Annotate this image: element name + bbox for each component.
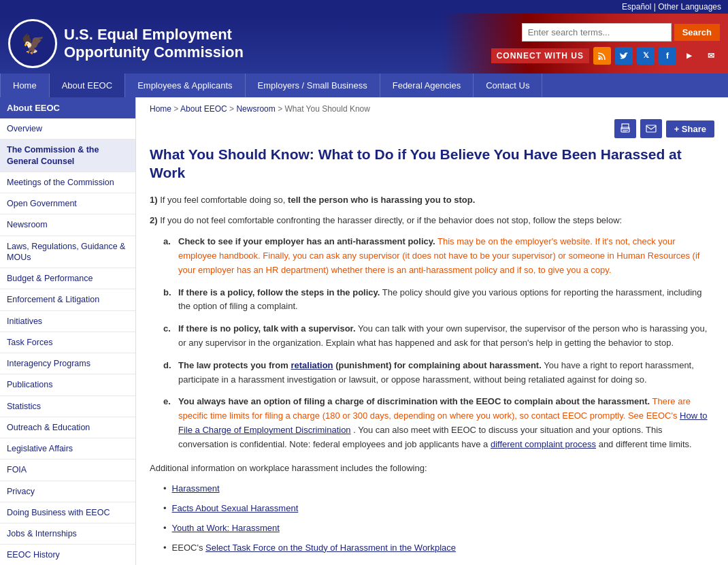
sidebar-item-meetings[interactable]: Meetings of the Commission bbox=[0, 172, 135, 193]
social-bar: CONNECT WITH US 𝕏 f ▶ ✉ bbox=[491, 47, 720, 65]
share-button[interactable]: + Share bbox=[666, 120, 714, 138]
sidebar-item-newsroom[interactable]: Newsroom bbox=[0, 214, 135, 236]
sidebar-item-overview[interactable]: Overview bbox=[0, 118, 135, 140]
email-share-button[interactable] bbox=[640, 119, 662, 138]
resource-links-list: Harassment Facts About Sexual Harassment… bbox=[150, 482, 714, 555]
breadcrumb-home[interactable]: Home bbox=[150, 104, 171, 114]
espanol-link[interactable]: Español bbox=[622, 2, 651, 12]
email-icon[interactable]: ✉ bbox=[702, 47, 720, 65]
org-title: U.S. Equal Employment Opportunity Commis… bbox=[64, 26, 244, 62]
nav-home[interactable]: Home bbox=[0, 74, 50, 97]
share-tools: + Share bbox=[614, 119, 714, 138]
content-body: 1) If you feel comfortable doing so, tel… bbox=[150, 193, 714, 555]
sidebar-item-enforcement[interactable]: Enforcement & Litigation bbox=[0, 289, 135, 310]
sidebar-item-task-forces[interactable]: Task Forces bbox=[0, 332, 135, 353]
other-languages-link[interactable]: Other Languages bbox=[658, 2, 721, 12]
top-bar: Español | Other Languages bbox=[0, 0, 728, 14]
breadcrumb-current: What You Should Know bbox=[284, 104, 369, 114]
search-bar: Search bbox=[522, 23, 720, 42]
youth-harassment-link[interactable]: Youth at Work: Harassment bbox=[172, 521, 280, 536]
svg-rect-4 bbox=[623, 131, 627, 132]
header-left: 🦅 U.S. Equal Employment Opportunity Comm… bbox=[8, 19, 244, 68]
breadcrumb: Home > About EEOC > Newsroom > What You … bbox=[150, 104, 714, 114]
intro-para-2: 2) If you do not feel comfortable confro… bbox=[150, 214, 714, 228]
breadcrumb-about[interactable]: About EEOC bbox=[180, 104, 227, 114]
twitter2-icon[interactable]: 𝕏 bbox=[637, 47, 655, 65]
search-button[interactable]: Search bbox=[674, 24, 720, 41]
sidebar-item-laws[interactable]: Laws, Regulations, Guidance & MOUs bbox=[0, 236, 135, 269]
page-title: What You Should Know: What to Do if You … bbox=[150, 145, 714, 182]
sidebar-item-foia[interactable]: FOIA bbox=[0, 459, 135, 481]
facebook-icon[interactable]: f bbox=[659, 47, 676, 65]
sidebar-item-doing-business[interactable]: Doing Business with EEOC bbox=[0, 502, 135, 523]
nav-contact[interactable]: Contact Us bbox=[474, 74, 542, 97]
svg-rect-2 bbox=[621, 127, 629, 132]
step-b: b. If there is a policy, follow the step… bbox=[163, 286, 714, 314]
nav-employers[interactable]: Employers / Small Business bbox=[246, 74, 380, 97]
nav-federal[interactable]: Federal Agencies bbox=[380, 74, 474, 97]
sidebar-item-publications[interactable]: Publications bbox=[0, 374, 135, 396]
svg-point-0 bbox=[598, 57, 601, 60]
main-content: Home > About EEOC > Newsroom > What You … bbox=[136, 97, 728, 565]
print-button[interactable] bbox=[614, 119, 636, 138]
retaliation-link[interactable]: retaliation bbox=[291, 360, 333, 370]
sidebar: About EEOC Overview The Commission & the… bbox=[0, 97, 136, 565]
steps-list: a. Check to see if your employer has an … bbox=[150, 235, 714, 451]
sidebar-item-commission[interactable]: The Commission & the General Counsel bbox=[0, 140, 135, 172]
step-c: c. If there is no policy, talk with a su… bbox=[163, 322, 714, 351]
search-input[interactable] bbox=[522, 23, 672, 42]
svg-rect-5 bbox=[646, 125, 656, 132]
svg-rect-1 bbox=[622, 124, 629, 129]
header-right: Search CONNECT WITH US 𝕏 f ▶ ✉ bbox=[491, 23, 720, 65]
sidebar-item-initiatives[interactable]: Initiatives bbox=[0, 311, 135, 332]
step-e: e. You always have an option of filing a… bbox=[163, 395, 714, 451]
sidebar-item-jobs[interactable]: Jobs & Internships bbox=[0, 523, 135, 545]
select-task-force-link[interactable]: Select Task Force on the Study of Harass… bbox=[205, 543, 456, 553]
youtube-icon[interactable]: ▶ bbox=[680, 47, 698, 65]
svg-rect-3 bbox=[623, 130, 628, 131]
step-d: d. The law protects you from retaliation… bbox=[163, 359, 714, 387]
sidebar-item-interagency[interactable]: Interagency Programs bbox=[0, 353, 135, 374]
sidebar-item-statistics[interactable]: Statistics bbox=[0, 396, 135, 417]
sidebar-item-open-gov[interactable]: Open Government bbox=[0, 193, 135, 214]
nav-employees[interactable]: Employees & Applicants bbox=[125, 74, 245, 97]
sidebar-item-privacy[interactable]: Privacy bbox=[0, 481, 135, 502]
breadcrumb-newsroom[interactable]: Newsroom bbox=[236, 104, 275, 114]
sidebar-item-history[interactable]: EEOC History bbox=[0, 545, 135, 565]
list-item-harassment: Harassment bbox=[163, 482, 714, 496]
sidebar-item-outreach[interactable]: Outreach & Education bbox=[0, 417, 135, 438]
connect-label: CONNECT WITH US bbox=[491, 48, 589, 63]
nav-about[interactable]: About EEOC bbox=[50, 74, 125, 97]
sidebar-item-legislative[interactable]: Legislative Affairs bbox=[0, 438, 135, 459]
twitter-icon[interactable] bbox=[615, 47, 633, 65]
list-item-youth: Youth at Work: Harassment bbox=[163, 521, 714, 536]
content-wrapper: About EEOC Overview The Commission & the… bbox=[0, 97, 728, 565]
header: 🦅 U.S. Equal Employment Opportunity Comm… bbox=[0, 14, 728, 74]
sidebar-item-budget[interactable]: Budget & Performance bbox=[0, 268, 135, 289]
org-name: U.S. Equal Employment Opportunity Commis… bbox=[64, 26, 244, 62]
eeoc-logo: 🦅 bbox=[8, 19, 57, 68]
list-item-sexual-harassment: Facts About Sexual Harassment bbox=[163, 502, 714, 516]
sidebar-title: About EEOC bbox=[0, 97, 135, 118]
sexual-harassment-link[interactable]: Facts About Sexual Harassment bbox=[172, 502, 299, 516]
list-item-task-force: EEOC's Select Task Force on the Study of… bbox=[163, 541, 714, 555]
eagle-icon: 🦅 bbox=[21, 33, 45, 55]
harassment-link[interactable]: Harassment bbox=[172, 482, 220, 496]
step-a: a. Check to see if your employer has an … bbox=[163, 235, 714, 277]
main-nav: Home About EEOC Employees & Applicants E… bbox=[0, 74, 728, 97]
additional-intro: Additional information on workplace hara… bbox=[150, 462, 714, 476]
rss-icon[interactable] bbox=[593, 47, 611, 65]
intro-para-1: 1) If you feel comfortable doing so, tel… bbox=[150, 193, 714, 208]
different-complaint-link[interactable]: different complaint process bbox=[491, 439, 596, 449]
